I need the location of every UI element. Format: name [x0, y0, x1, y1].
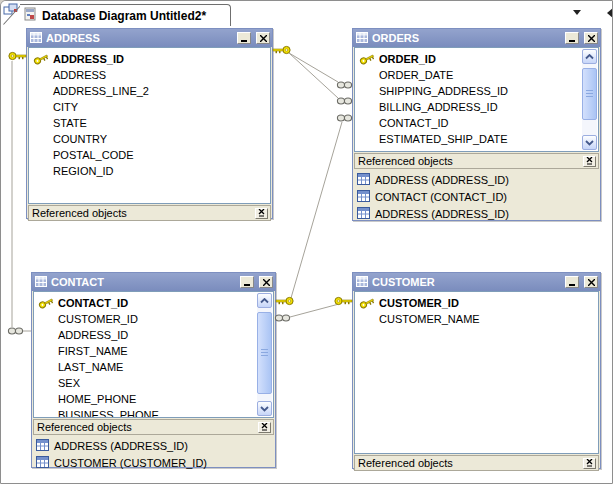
tab-database-diagram[interactable]: Database Diagram Untitled2* [20, 4, 231, 26]
tab-menu-button[interactable] [573, 10, 581, 15]
window-titlebar[interactable]: CONTACT [32, 273, 275, 291]
field-name: CITY [53, 101, 78, 113]
diagram-page-icon [24, 7, 37, 25]
field-name: ADDRESS_ID [58, 329, 128, 341]
vertical-scrollbar[interactable] [257, 293, 272, 416]
field-row[interactable]: ADDRESS_LINE_2 [29, 83, 270, 99]
tab-scroll-left-button[interactable] [607, 8, 613, 18]
window-title: ADDRESS [46, 32, 232, 44]
minimize-button[interactable] [565, 32, 579, 44]
scroll-down-button[interactable] [582, 135, 597, 150]
referenced-object-label: ADDRESS (ADDRESS_ID) [375, 208, 509, 220]
table-icon [356, 29, 368, 47]
scroll-up-button[interactable] [582, 49, 597, 64]
window-titlebar[interactable]: ADDRESS [27, 29, 272, 47]
field-row[interactable]: CUSTOMER_ID [34, 311, 273, 327]
field-row[interactable]: ADDRESS_ID [29, 51, 270, 67]
field-row[interactable]: ORDER_ID [355, 51, 598, 67]
referenced-object-item[interactable]: ADDRESS (ADDRESS_ID) [353, 205, 600, 222]
field-name: ORDER_DATE [379, 69, 453, 81]
field-name: ESTIMATED_SHIP_DATE [379, 133, 508, 145]
window-titlebar[interactable]: ORDERS [353, 29, 600, 47]
field-name: BILLING_ADDRESS_ID [379, 101, 498, 113]
field-name: REGION_ID [53, 165, 114, 177]
field-row[interactable]: FIRST_NAME [34, 343, 273, 359]
table-window-address: ADDRESS ADDRESS_ID ADDRESS ADDRESS_LINE_… [26, 28, 273, 219]
field-name: ADDRESS [53, 69, 106, 81]
field-row[interactable]: BUSINESS_PHONE [34, 407, 273, 418]
field-row[interactable]: CITY [29, 99, 270, 115]
close-button[interactable] [584, 32, 598, 44]
field-row[interactable]: COUNTRY [29, 131, 270, 147]
field-row[interactable]: HOME_PHONE [34, 391, 273, 407]
table-icon [30, 29, 42, 47]
field-name: BUSINESS_PHONE [58, 409, 159, 418]
referenced-close-button[interactable] [583, 156, 596, 167]
field-name: CUSTOMER_ID [379, 297, 459, 309]
minimize-button[interactable] [237, 32, 251, 44]
field-list: CONTACT_ID CUSTOMER_ID ADDRESS_ID FIRST_… [33, 291, 274, 418]
field-row[interactable]: SHIPPING_ADDRESS_ID [355, 83, 598, 99]
table-icon [36, 439, 49, 453]
field-name: COUNTRY [53, 133, 107, 145]
scroll-down-button[interactable] [257, 401, 272, 416]
close-button[interactable] [584, 276, 598, 288]
vertical-scrollbar[interactable] [582, 49, 597, 150]
field-row[interactable]: ADDRESS [29, 67, 270, 83]
field-row[interactable]: CUSTOMER_ID [355, 295, 598, 311]
field-name: FIRST_NAME [58, 345, 128, 357]
referenced-object-label: CONTACT (CONTACT_ID) [375, 191, 507, 203]
field-name: SHIPPING_ADDRESS_ID [379, 85, 508, 97]
field-name: HOME_PHONE [58, 393, 136, 405]
field-row[interactable]: CONTACT_ID [34, 295, 273, 311]
field-row[interactable]: ESTIMATED_SHIP_DATE [355, 131, 598, 147]
field-name: CONTACT_ID [379, 117, 448, 129]
window-title: ORDERS [372, 32, 560, 44]
scrollbar-thumb[interactable] [257, 312, 272, 394]
referenced-object-label: CUSTOMER (CUSTOMER_ID) [54, 457, 207, 469]
field-row[interactable]: ORDER_DATE [355, 67, 598, 83]
field-name: ADDRESS_LINE_2 [53, 85, 149, 97]
field-row[interactable]: STATE [29, 115, 270, 131]
field-row[interactable]: POSTAL_CODE [29, 147, 270, 163]
scrollbar-thumb[interactable] [582, 68, 597, 120]
scroll-up-button[interactable] [257, 293, 272, 308]
referenced-close-button[interactable] [255, 208, 268, 219]
table-icon [36, 456, 49, 470]
field-row[interactable]: REGION_ID [29, 163, 270, 179]
field-name: ORDER_ID [379, 53, 436, 65]
referenced-objects-list: ADDRESS (ADDRESS_ID) CONTACT (CONTACT_ID… [353, 170, 600, 222]
field-row[interactable]: SEX [34, 375, 273, 391]
field-name: CONTACT_ID [58, 297, 128, 309]
field-name: LAST_NAME [58, 361, 123, 373]
referenced-close-button[interactable] [583, 458, 596, 469]
table-icon [357, 173, 370, 187]
field-row[interactable]: BILLING_ADDRESS_ID [355, 99, 598, 115]
referenced-close-button[interactable] [258, 422, 271, 433]
field-row[interactable]: ADDRESS_ID [34, 327, 273, 343]
close-button[interactable] [259, 276, 273, 288]
table-icon [356, 273, 368, 291]
field-row[interactable]: CUSTOMER_NAME [355, 311, 598, 327]
field-name: CUSTOMER_ID [58, 313, 138, 325]
minimize-button[interactable] [240, 276, 254, 288]
referenced-objects-bar: Referenced objects [28, 205, 271, 221]
referenced-objects-list: ADDRESS (ADDRESS_ID) CUSTOMER (CUSTOMER_… [32, 436, 275, 471]
window-titlebar[interactable]: CUSTOMER [353, 273, 600, 291]
tab-bar: Database Diagram Untitled2* [1, 1, 612, 26]
referenced-objects-label: Referenced objects [37, 421, 258, 433]
referenced-objects-bar: Referenced objects [354, 153, 599, 169]
minimize-button[interactable] [565, 276, 579, 288]
field-row[interactable]: LAST_NAME [34, 359, 273, 375]
close-button[interactable] [256, 32, 270, 44]
window-title: CUSTOMER [372, 276, 560, 288]
field-name: STATE [53, 117, 87, 129]
referenced-object-item[interactable]: ADDRESS (ADDRESS_ID) [32, 437, 275, 454]
field-row[interactable]: CONTACT_ID [355, 115, 598, 131]
field-row[interactable]: ACTUAL_SHIP_DATE [355, 147, 598, 152]
referenced-objects-label: Referenced objects [32, 207, 255, 219]
field-name: CUSTOMER_NAME [379, 313, 480, 325]
referenced-object-item[interactable]: CONTACT (CONTACT_ID) [353, 188, 600, 205]
referenced-object-item[interactable]: ADDRESS (ADDRESS_ID) [353, 171, 600, 188]
referenced-object-item[interactable]: CUSTOMER (CUSTOMER_ID) [32, 454, 275, 471]
